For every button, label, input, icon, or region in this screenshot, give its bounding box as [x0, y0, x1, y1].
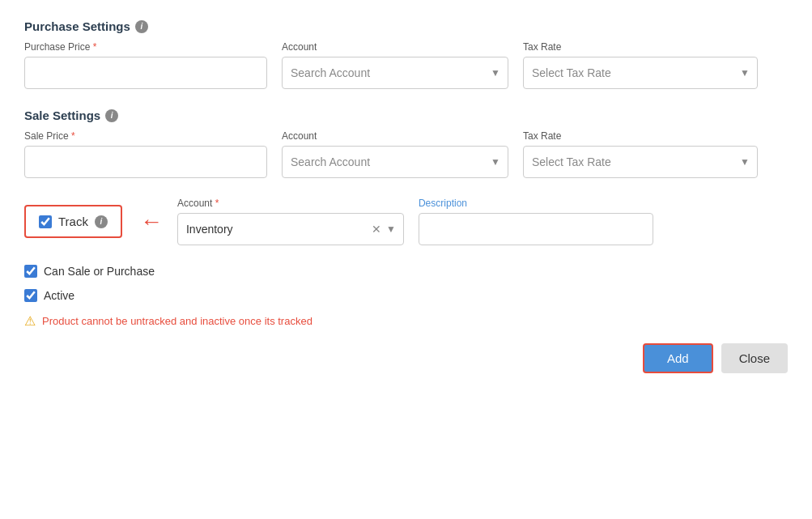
- can-sale-label[interactable]: Can Sale or Purchase: [44, 265, 155, 278]
- purchase-settings-info-icon[interactable]: i: [135, 20, 148, 33]
- sale-taxrate-select-wrapper: Select Tax Rate ▼: [523, 146, 758, 178]
- sale-taxrate-group: Tax Rate Select Tax Rate ▼: [523, 130, 758, 178]
- track-arrow: ←: [140, 209, 163, 235]
- purchase-price-label: Purchase Price *: [24, 41, 267, 53]
- track-label[interactable]: Track: [39, 215, 88, 228]
- sale-account-group: Account Search Account ▼: [282, 130, 508, 178]
- active-checkbox[interactable]: [24, 289, 37, 302]
- purchase-settings-row: Purchase Price * Account Search Account …: [24, 41, 788, 89]
- purchase-account-select-wrapper: Search Account ▼: [282, 57, 508, 89]
- track-description-group: Description: [419, 198, 653, 245]
- sale-price-group: Sale Price *: [24, 130, 267, 178]
- active-row: Active: [24, 289, 788, 302]
- red-arrow-icon: ←: [140, 209, 163, 235]
- track-description-label: Description: [419, 198, 653, 209]
- purchase-taxrate-select[interactable]: Select Tax Rate: [523, 57, 758, 89]
- track-account-clear-button[interactable]: ✕: [372, 223, 381, 236]
- track-box: Track i: [24, 205, 122, 238]
- add-button[interactable]: Add: [643, 343, 713, 373]
- sale-settings-info-icon[interactable]: i: [105, 109, 118, 122]
- can-sale-row: Can Sale or Purchase: [24, 265, 788, 278]
- purchase-account-group: Account Search Account ▼: [282, 41, 508, 89]
- warning-row: ⚠ Product cannot be untracked and inacti…: [24, 313, 788, 329]
- sale-price-input[interactable]: [24, 146, 267, 178]
- purchase-taxrate-select-wrapper: Select Tax Rate ▼: [523, 57, 758, 89]
- sale-price-label: Sale Price *: [24, 130, 267, 142]
- track-account-select[interactable]: Inventory: [177, 213, 404, 245]
- sale-account-label: Account: [282, 130, 508, 142]
- purchase-settings-title: Purchase Settings i: [24, 19, 788, 33]
- can-sale-checkbox[interactable]: [24, 265, 37, 278]
- purchase-account-select[interactable]: Search Account: [282, 57, 508, 89]
- track-row: Track i ← Account * Inventory ✕ ▼: [24, 198, 788, 245]
- sale-taxrate-select[interactable]: Select Tax Rate: [523, 146, 758, 178]
- track-account-label: Account *: [177, 198, 404, 209]
- sale-account-select-wrapper: Search Account ▼: [282, 146, 508, 178]
- sale-settings-title: Sale Settings i: [24, 108, 788, 122]
- track-description-input[interactable]: [419, 213, 653, 245]
- warning-icon: ⚠: [24, 313, 36, 329]
- track-info-icon[interactable]: i: [95, 215, 108, 228]
- active-label[interactable]: Active: [44, 289, 74, 302]
- track-account-group: Account * Inventory ✕ ▼: [177, 198, 404, 245]
- purchase-price-input[interactable]: [24, 57, 267, 89]
- warning-text: Product cannot be untracked and inactive…: [42, 315, 312, 327]
- sale-taxrate-label: Tax Rate: [523, 130, 758, 142]
- purchase-price-group: Purchase Price *: [24, 41, 267, 89]
- track-checkbox[interactable]: [39, 215, 52, 228]
- close-button[interactable]: Close: [721, 343, 788, 373]
- button-row: Add Close: [24, 343, 788, 373]
- purchase-taxrate-group: Tax Rate Select Tax Rate ▼: [523, 41, 758, 89]
- sale-settings-row: Sale Price * Account Search Account ▼ Ta…: [24, 130, 788, 178]
- purchase-taxrate-label: Tax Rate: [523, 41, 758, 53]
- sale-account-select[interactable]: Search Account: [282, 146, 508, 178]
- track-account-select-wrapper: Inventory ✕ ▼: [177, 213, 404, 245]
- purchase-account-label: Account: [282, 41, 508, 53]
